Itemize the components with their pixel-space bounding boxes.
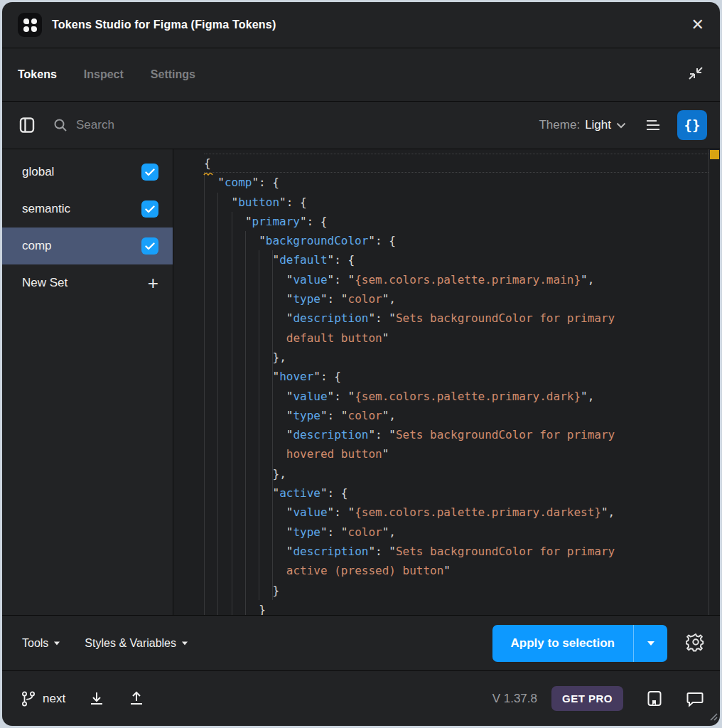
get-pro-button[interactable]: GET PRO — [551, 686, 623, 711]
add-set-icon[interactable]: + — [148, 276, 158, 290]
code-line[interactable]: } — [204, 600, 708, 615]
code-line[interactable]: active (pressed) button" — [204, 561, 708, 580]
search-box[interactable] — [53, 118, 539, 132]
tools-dropdown[interactable]: Tools — [22, 637, 60, 650]
editor-toolbar: Theme: Light {} — [2, 102, 720, 149]
new-set-label: New Set — [22, 276, 148, 290]
code-line[interactable]: default button" — [204, 328, 708, 348]
code-line[interactable]: "description": "Sets backgroundColor for… — [204, 425, 708, 444]
code-line[interactable]: } — [204, 581, 708, 600]
code-line[interactable]: "comp": { — [204, 173, 708, 192]
json-code[interactable]: {"comp": {"button": {"primary": {"backgr… — [173, 149, 708, 615]
code-line[interactable]: { — [204, 154, 708, 173]
chevron-down-icon — [182, 641, 188, 645]
window-title: Tokens Studio for Figma (Figma Tokens) — [52, 18, 276, 31]
code-line[interactable]: "description": "Sets backgroundColor for… — [204, 542, 708, 561]
token-set-comp[interactable]: comp — [2, 228, 173, 264]
tools-label: Tools — [22, 637, 48, 650]
version-label: V 1.37.8 — [492, 692, 537, 706]
code-line[interactable]: "button": { — [204, 193, 708, 212]
token-set-checkbox[interactable] — [141, 237, 158, 255]
apply-to-selection-button[interactable]: Apply to selection — [492, 625, 633, 662]
code-line[interactable]: "value": "{sem.colors.palette.primary.ma… — [204, 270, 708, 289]
token-set-label: comp — [22, 239, 141, 253]
action-bar: Tools Styles & Variables Apply to select… — [2, 615, 720, 670]
close-icon[interactable]: ✕ — [691, 17, 704, 33]
token-set-label: semantic — [22, 202, 141, 216]
footer-bar: next V 1.37.8 GET PRO — [2, 670, 720, 726]
token-set-semantic[interactable]: semantic — [2, 191, 173, 228]
search-icon — [53, 118, 68, 132]
apply-button-group: Apply to selection — [492, 625, 667, 662]
export-icon[interactable] — [128, 690, 145, 707]
token-set-checkbox[interactable] — [141, 200, 158, 218]
plugin-window: Tokens Studio for Figma (Figma Tokens) ✕… — [2, 2, 720, 726]
new-set-row[interactable]: New Set + — [2, 264, 173, 301]
apply-options-arrow[interactable] — [633, 625, 667, 662]
code-line[interactable]: "hover": { — [204, 367, 708, 386]
code-line[interactable]: }, — [204, 464, 708, 483]
code-line[interactable]: "type": "color", — [204, 406, 708, 425]
token-set-checkbox[interactable] — [141, 164, 158, 181]
docs-bookmark-icon[interactable] — [646, 690, 663, 708]
code-line[interactable]: "type": "color", — [204, 523, 708, 542]
tab-settings[interactable]: Settings — [151, 68, 195, 81]
annotation-marker — [710, 150, 719, 159]
theme-value: Light — [585, 118, 611, 132]
import-icon[interactable] — [88, 690, 105, 707]
token-set-global[interactable]: global — [2, 154, 173, 191]
tab-inspect[interactable]: Inspect — [84, 68, 124, 81]
json-editor[interactable]: {"comp": {"button": {"primary": {"backgr… — [173, 149, 720, 615]
git-branch-icon — [21, 690, 36, 707]
chevron-down-icon — [616, 122, 626, 129]
sidebar-toggle-icon[interactable] — [19, 117, 35, 134]
feedback-chat-icon[interactable] — [686, 690, 704, 707]
code-line[interactable]: "type": "color", — [204, 289, 708, 309]
branch-name: next — [43, 692, 65, 706]
json-view-button[interactable]: {} — [677, 110, 707, 140]
theme-dropdown[interactable]: Theme: Light — [539, 118, 626, 132]
main-area: global semantic comp New Set + — [2, 149, 720, 615]
title-bar: Tokens Studio for Figma (Figma Tokens) ✕ — [2, 2, 720, 48]
search-input[interactable] — [76, 118, 289, 132]
code-line[interactable]: "default": { — [204, 250, 708, 269]
code-line[interactable]: "value": "{sem.colors.palette.primary.da… — [204, 387, 708, 406]
tokens-studio-logo-icon — [18, 13, 42, 37]
styles-variables-label: Styles & Variables — [85, 637, 176, 650]
styles-variables-dropdown[interactable]: Styles & Variables — [85, 637, 188, 650]
branch-selector[interactable]: next — [21, 690, 65, 707]
collapse-window-icon[interactable] — [687, 64, 704, 85]
token-list-view-icon[interactable] — [645, 119, 662, 132]
tab-tokens[interactable]: Tokens — [18, 68, 57, 81]
code-line[interactable]: "description": "Sets backgroundColor for… — [204, 309, 708, 328]
tab-bar: Tokens Inspect Settings — [2, 48, 720, 102]
theme-label: Theme: — [539, 118, 580, 132]
matching-bracket-caret-icon — [203, 171, 213, 176]
resize-handle[interactable] — [706, 710, 718, 724]
chevron-down-icon — [54, 641, 60, 645]
token-set-label: global — [22, 165, 141, 179]
code-line[interactable]: }, — [204, 348, 708, 367]
code-line[interactable]: "backgroundColor": { — [204, 231, 708, 250]
settings-gear-icon[interactable] — [686, 632, 706, 655]
code-line[interactable]: "primary": { — [204, 212, 708, 231]
editor-scrollbar[interactable] — [708, 149, 720, 615]
code-line[interactable]: "active": { — [204, 483, 708, 503]
code-line[interactable]: "value": "{sem.colors.palette.primary.da… — [204, 503, 708, 522]
token-sets-sidebar: global semantic comp New Set + — [2, 149, 173, 615]
code-line[interactable]: hovered button" — [204, 444, 708, 464]
